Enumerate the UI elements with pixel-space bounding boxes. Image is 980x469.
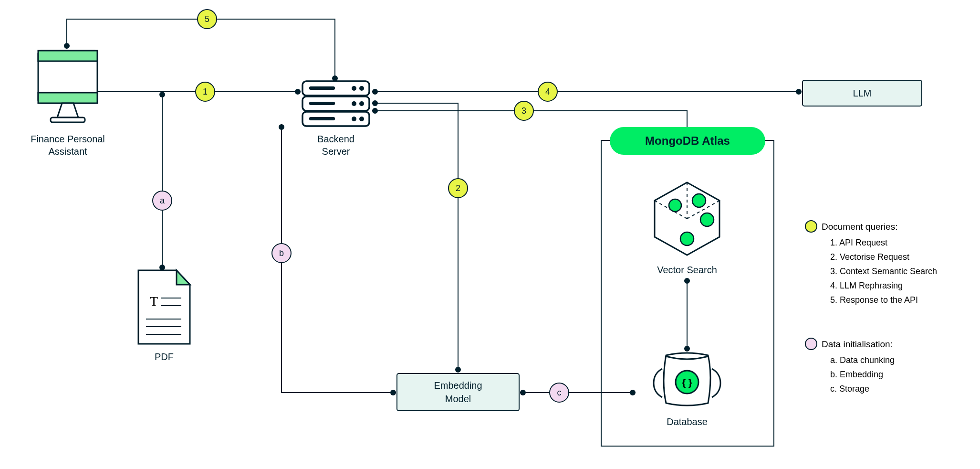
svg-text:3: 3 <box>521 106 526 116</box>
svg-text:b: b <box>279 248 284 258</box>
svg-text:5. Response to the API: 5. Response to the API <box>830 295 918 305</box>
vector-search-label: Vector Search <box>657 265 717 275</box>
server-label: BackendServer <box>317 134 354 157</box>
database-label: Database <box>667 416 708 427</box>
svg-point-32 <box>359 117 364 121</box>
svg-text:3. Context Semantic Search: 3. Context Semantic Search <box>830 266 937 276</box>
svg-point-39 <box>669 199 681 212</box>
svg-rect-18 <box>38 51 97 61</box>
legend-init-title: Data initialisation: <box>822 339 893 349</box>
svg-text:{ }: { } <box>682 377 692 388</box>
server-icon <box>302 81 369 126</box>
badge-4: 4 <box>538 82 557 101</box>
svg-point-31 <box>352 117 356 121</box>
llm-label: LLM <box>853 88 872 98</box>
svg-rect-19 <box>38 93 97 103</box>
embedding-box <box>397 373 519 411</box>
svg-point-7 <box>372 100 378 106</box>
svg-text:a: a <box>160 196 165 205</box>
svg-text:c. Storage: c. Storage <box>830 384 869 394</box>
svg-point-10 <box>159 265 165 270</box>
svg-text:a. Data chunking: a. Data chunking <box>830 355 895 365</box>
svg-rect-30 <box>309 117 335 120</box>
svg-text:2: 2 <box>456 183 460 193</box>
badge-b: b <box>272 244 291 263</box>
svg-point-40 <box>692 194 706 207</box>
database-icon: { } <box>654 353 720 405</box>
svg-point-6 <box>372 108 378 114</box>
atlas-label: MongoDB Atlas <box>645 134 730 147</box>
svg-point-4 <box>372 89 378 95</box>
svg-point-67 <box>805 338 817 350</box>
svg-point-13 <box>520 390 526 395</box>
svg-point-5 <box>796 89 802 95</box>
svg-text:b. Embedding: b. Embedding <box>830 370 883 379</box>
svg-point-15 <box>684 278 690 284</box>
svg-rect-27 <box>309 102 335 105</box>
pdf-icon: T <box>138 270 190 344</box>
vector-search-icon <box>655 182 719 255</box>
svg-point-8 <box>455 367 461 373</box>
badge-c: c <box>550 383 569 402</box>
legend: Document queries: 1. API Request 2. Vect… <box>805 221 937 394</box>
client-label: Finance PersonalAssistant <box>31 134 105 157</box>
svg-point-2 <box>332 75 338 81</box>
svg-point-28 <box>352 101 356 106</box>
svg-text:5: 5 <box>205 14 209 24</box>
svg-point-11 <box>279 124 284 130</box>
svg-point-9 <box>159 92 165 97</box>
svg-text:4: 4 <box>545 87 550 96</box>
pdf-label: PDF <box>155 352 174 362</box>
svg-point-16 <box>684 346 690 352</box>
client-icon <box>38 51 97 122</box>
badge-2: 2 <box>448 179 468 198</box>
svg-point-12 <box>390 390 396 395</box>
badge-5: 5 <box>198 10 217 29</box>
svg-text:1. API Request: 1. API Request <box>830 238 887 247</box>
svg-point-1 <box>295 89 301 95</box>
svg-rect-24 <box>309 86 335 90</box>
svg-text:2. Vectorise Request: 2. Vectorise Request <box>830 252 909 262</box>
legend-queries-title: Document queries: <box>822 222 897 232</box>
badge-1: 1 <box>196 82 215 101</box>
svg-text:c: c <box>557 388 562 397</box>
svg-text:1: 1 <box>203 87 208 96</box>
svg-point-14 <box>630 390 636 395</box>
svg-text:4. LLM Rephrasing: 4. LLM Rephrasing <box>830 281 903 290</box>
architecture-diagram: Finance PersonalAssistant BackendServer … <box>0 0 980 469</box>
svg-point-26 <box>359 86 364 91</box>
svg-point-29 <box>359 101 364 106</box>
svg-point-61 <box>805 221 817 232</box>
svg-rect-20 <box>51 117 85 122</box>
badge-a: a <box>153 191 172 210</box>
svg-point-25 <box>352 86 356 91</box>
svg-point-3 <box>64 43 70 49</box>
svg-point-41 <box>700 213 714 226</box>
badge-3: 3 <box>514 101 533 120</box>
svg-point-42 <box>680 232 694 245</box>
svg-text:T: T <box>150 294 158 309</box>
